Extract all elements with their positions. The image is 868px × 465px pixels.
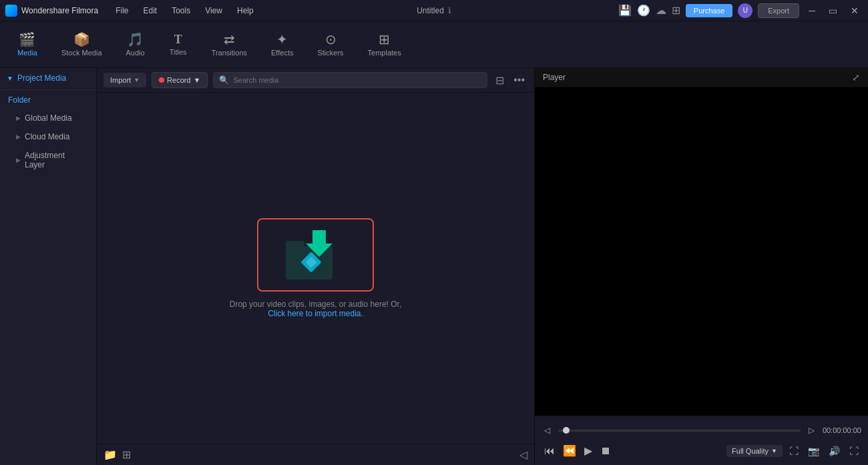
window-controls: 💾 🕐 ☁ ⊞ Purchase U Export ─ ▭ ✕: [618, 3, 863, 18]
record-dot-icon: [159, 77, 164, 83]
nav-bar: 🎬 Media 📦 Stock Media 🎵 Audio T Titles ⇄…: [0, 21, 868, 68]
import-arrow-icon: ▼: [134, 77, 140, 83]
menu-file[interactable]: File: [109, 3, 135, 18]
nav-transitions[interactable]: ⇄ Transitions: [201, 29, 258, 61]
search-input[interactable]: [233, 76, 481, 84]
progress-thumb[interactable]: [563, 427, 570, 434]
record-label: Record: [167, 76, 190, 84]
stock-media-icon: 📦: [73, 33, 90, 46]
sidebar-item-cloud-media[interactable]: ▶ Cloud Media: [0, 127, 96, 146]
nav-audio-label: Audio: [126, 49, 145, 57]
more-options-icon[interactable]: •••: [511, 73, 527, 88]
nav-titles-label: Titles: [170, 48, 187, 56]
nav-transitions-label: Transitions: [212, 49, 247, 57]
menu-tools[interactable]: Tools: [165, 3, 197, 18]
media-icon: 🎬: [19, 33, 35, 46]
transitions-icon: ⇄: [224, 33, 235, 46]
menu-edit[interactable]: Edit: [137, 3, 164, 18]
grid-icon[interactable]: ⊞: [672, 4, 680, 17]
sidebar-item-folder[interactable]: Folder: [0, 91, 96, 109]
record-arrow-icon: ▼: [194, 76, 201, 84]
nav-templates[interactable]: ⊞ Templates: [357, 29, 412, 61]
main-area: ▼ Project Media Folder ▶ Global Media ▶ …: [0, 68, 868, 465]
import-label: Import: [110, 76, 131, 84]
nav-stickers-label: Stickers: [317, 49, 343, 57]
step-back-button[interactable]: ⏪: [560, 442, 579, 460]
nav-effects-label: Effects: [271, 49, 293, 57]
volume-button[interactable]: 🔊: [826, 443, 843, 459]
media-toolbar: Import ▼ Record ▼ 🔍 ⊟ •••: [97, 68, 534, 93]
nav-stickers[interactable]: ⊙ Stickers: [306, 29, 354, 61]
player-screen: [535, 87, 868, 416]
project-title: Untitled: [417, 6, 444, 15]
stickers-icon: ⊙: [325, 33, 337, 46]
title-bar: Wondershare Filmora File Edit Tools View…: [0, 0, 868, 21]
snapshot-button[interactable]: 📷: [805, 443, 822, 459]
player-controls: ◁ ▷ 00:00:00:00 ⏮ ⏪ ▶ ⏹ Full Quality ▼: [535, 416, 868, 465]
maximize-button[interactable]: ▭: [825, 4, 841, 17]
menu-help[interactable]: Help: [230, 3, 260, 18]
cloud-media-label: Cloud Media: [25, 132, 69, 141]
trim-out-button[interactable]: ▷: [806, 423, 817, 438]
templates-icon: ⊞: [379, 33, 390, 46]
nav-effects[interactable]: ✦ Effects: [260, 29, 304, 61]
panel-chevron-down: ▼: [7, 75, 13, 82]
sidebar-item-global-media[interactable]: ▶ Global Media: [0, 109, 96, 127]
filter-icon[interactable]: ⊟: [493, 73, 507, 88]
trim-in-button[interactable]: ◁: [541, 423, 553, 438]
time-display: 00:00:00:00: [823, 426, 861, 434]
purchase-button[interactable]: Purchase: [686, 4, 732, 17]
player-fullscreen-icon[interactable]: ⤢: [852, 72, 860, 83]
record-button[interactable]: Record ▼: [152, 72, 208, 88]
folder-label: Folder: [8, 95, 31, 105]
fit-screen-button[interactable]: ⛶: [787, 443, 801, 459]
nav-audio[interactable]: 🎵 Audio: [116, 29, 156, 61]
rewind-button[interactable]: ⏮: [541, 442, 558, 460]
quality-select[interactable]: Full Quality ▼: [726, 445, 783, 457]
export-button[interactable]: Export: [758, 3, 799, 18]
crop-button[interactable]: ⛶: [847, 443, 861, 459]
playback-progress[interactable]: [558, 430, 801, 432]
player-progress-bar: ◁ ▷ 00:00:00:00: [541, 420, 861, 440]
nav-templates-label: Templates: [368, 49, 401, 57]
minimize-button[interactable]: ─: [805, 4, 819, 17]
save-icon[interactable]: 💾: [618, 4, 632, 17]
nav-titles[interactable]: T Titles: [158, 29, 198, 60]
import-button[interactable]: Import ▼: [103, 73, 146, 87]
history-icon[interactable]: 🕐: [637, 4, 650, 17]
title-center: Untitled ℹ: [417, 6, 451, 15]
play-button[interactable]: ▶: [582, 442, 595, 460]
nav-media[interactable]: 🎬 Media: [7, 29, 48, 61]
drop-zone-illustration: [276, 225, 356, 285]
avatar: U: [738, 3, 752, 18]
sidebar-item-adjustment-layer[interactable]: ▶ Adjustment Layer: [0, 146, 96, 174]
new-folder-button[interactable]: 📁: [103, 448, 117, 461]
media-bottom-bar: 📁 ⊞ ◁: [97, 444, 534, 465]
nav-media-label: Media: [17, 49, 37, 57]
grid-view-button[interactable]: ⊞: [122, 448, 131, 461]
cloud-icon[interactable]: ☁: [656, 4, 666, 17]
app-logo: Wondershare Filmora: [5, 5, 98, 17]
panel-header-label: Project Media: [17, 73, 66, 83]
nav-stock-media[interactable]: 📦 Stock Media: [51, 29, 113, 61]
player-panel: Player ⤢ ◁ ▷ 00:00:00:00 ⏮ ⏪ ▶ ⏹: [534, 68, 868, 465]
panel-divider-1: [0, 89, 96, 90]
app-logo-icon: [5, 5, 17, 17]
close-button[interactable]: ✕: [847, 4, 863, 17]
quality-label: Full Quality: [732, 447, 769, 455]
audio-icon: 🎵: [127, 33, 144, 46]
menu-bar: File Edit Tools View Help: [109, 3, 618, 18]
stop-button[interactable]: ⏹: [598, 442, 614, 460]
media-area: Import ▼ Record ▼ 🔍 ⊟ •••: [97, 68, 534, 465]
player-header: Player ⤢: [535, 68, 868, 87]
drop-zone: Drop your video clips, images, or audio …: [97, 93, 534, 444]
titles-icon: T: [174, 33, 182, 45]
menu-view[interactable]: View: [198, 3, 229, 18]
media-options: ⊟ •••: [493, 73, 527, 88]
drop-zone-border: [257, 218, 374, 292]
quality-arrow-icon: ▼: [771, 448, 777, 454]
collapse-panel-button[interactable]: ◁: [519, 448, 527, 461]
svg-rect-1: [286, 241, 304, 249]
import-link[interactable]: Click here to import media.: [268, 309, 363, 318]
global-media-chevron: ▶: [16, 115, 21, 121]
